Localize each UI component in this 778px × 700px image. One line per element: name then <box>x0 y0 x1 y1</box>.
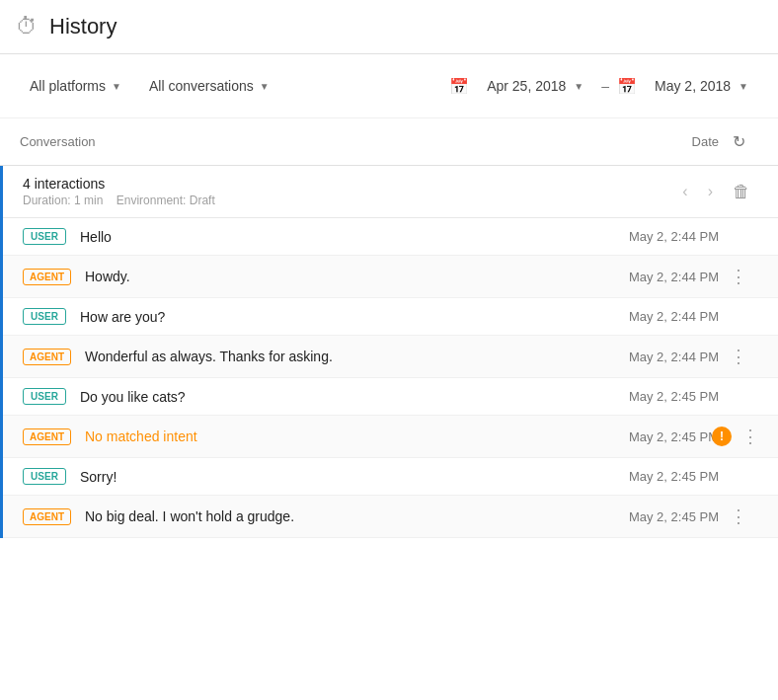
more-options-button[interactable]: ⋮ <box>736 426 765 447</box>
table-row: USER How are you? May 2, 2:44 PM <box>3 298 778 336</box>
group-info: 4 interactions Duration: 1 min Environme… <box>23 176 674 207</box>
table-row: AGENT No big deal. I won't hold a grudge… <box>3 496 778 538</box>
group-header: 4 interactions Duration: 1 min Environme… <box>3 166 778 218</box>
date-range-section: 📅 Apr 25, 2018 ▼ – 📅 May 2, 2018 ▼ <box>449 72 758 100</box>
table-row: USER Do you like cats? May 2, 2:45 PM <box>3 378 778 416</box>
message-type-badge: AGENT <box>23 349 71 365</box>
messages-list: USER Hello May 2, 2:44 PM AGENT Howdy. M… <box>3 218 778 538</box>
message-actions: ⋮ <box>719 346 758 367</box>
page-header: ⏱ History <box>0 0 778 54</box>
message-date: May 2, 2:45 PM <box>600 429 719 444</box>
date-from-button[interactable]: Apr 25, 2018 ▼ <box>477 72 593 100</box>
date-to-arrow: ▼ <box>739 81 748 92</box>
delete-interaction-button[interactable]: 🗑 <box>725 178 758 206</box>
platform-dropdown[interactable]: All platforms ▼ <box>20 72 131 100</box>
message-type-badge: USER <box>23 468 66 485</box>
message-date: May 2, 2:44 PM <box>600 270 719 284</box>
col-date-header: Date <box>600 134 719 149</box>
message-date: May 2, 2:45 PM <box>600 509 719 524</box>
message-type-badge: AGENT <box>23 508 71 525</box>
message-text: Howdy. <box>85 269 600 284</box>
conversation-label: All conversations <box>149 78 254 94</box>
platform-dropdown-arrow: ▼ <box>112 81 121 92</box>
group-meta: Duration: 1 min Environment: Draft <box>23 194 674 207</box>
date-to-button[interactable]: May 2, 2018 ▼ <box>645 72 758 100</box>
col-actions-header: ↻ <box>719 128 758 155</box>
table-row: AGENT Howdy. May 2, 2:44 PM ⋮ <box>3 256 778 298</box>
message-type-badge: USER <box>23 388 66 405</box>
conversation-group: 4 interactions Duration: 1 min Environme… <box>0 166 778 538</box>
message-date: May 2, 2:45 PM <box>600 389 719 404</box>
conversation-dropdown[interactable]: All conversations ▼ <box>139 72 279 100</box>
page-title: History <box>49 14 117 39</box>
more-options-button[interactable]: ⋮ <box>724 266 753 287</box>
warning-indicator: ! <box>712 427 732 446</box>
message-actions: ! ⋮ <box>719 426 758 447</box>
col-conversation-header: Conversation <box>20 134 600 149</box>
group-environment: Environment: Draft <box>117 194 215 207</box>
table-row: USER Hello May 2, 2:44 PM <box>3 218 778 256</box>
message-date: May 2, 2:44 PM <box>600 350 719 364</box>
message-date: May 2, 2:44 PM <box>600 309 719 324</box>
message-actions-inner: ! ⋮ <box>712 426 765 447</box>
table-row: AGENT Wonderful as always. Thanks for as… <box>3 336 778 378</box>
message-type-badge: AGENT <box>23 269 71 285</box>
next-interaction-button[interactable]: › <box>700 179 721 204</box>
message-type-badge: AGENT <box>23 428 71 445</box>
date-from-arrow: ▼ <box>574 81 584 92</box>
message-type-badge: USER <box>23 228 66 245</box>
more-options-button[interactable]: ⋮ <box>724 506 753 527</box>
message-date: May 2, 2:45 PM <box>600 469 719 484</box>
table-row: AGENT No matched intent May 2, 2:45 PM !… <box>3 416 778 458</box>
date-from-label: Apr 25, 2018 <box>487 78 566 94</box>
message-text: How are you? <box>80 309 600 325</box>
more-options-button[interactable]: ⋮ <box>724 346 753 367</box>
date-to-label: May 2, 2018 <box>655 78 731 94</box>
calendar-from-icon: 📅 <box>449 77 469 96</box>
platform-label: All platforms <box>30 78 106 94</box>
group-title: 4 interactions <box>23 176 674 192</box>
message-date: May 2, 2:44 PM <box>600 229 719 244</box>
history-icon: ⏱ <box>16 14 38 39</box>
message-text: Hello <box>80 229 600 245</box>
table-header: Conversation Date ↻ <box>0 118 778 166</box>
message-text: Do you like cats? <box>80 389 600 405</box>
message-text: Sorry! <box>80 469 600 485</box>
table-row: USER Sorry! May 2, 2:45 PM <box>3 458 778 496</box>
conversation-dropdown-arrow: ▼ <box>260 81 270 92</box>
message-actions: ⋮ <box>719 266 758 287</box>
date-separator: – <box>601 78 609 94</box>
message-text: Wonderful as always. Thanks for asking. <box>85 349 600 364</box>
message-actions: ⋮ <box>719 506 758 527</box>
refresh-button[interactable]: ↻ <box>729 128 749 155</box>
group-duration: Duration: 1 min <box>23 194 103 207</box>
message-type-badge: USER <box>23 308 66 325</box>
filters-bar: All platforms ▼ All conversations ▼ 📅 Ap… <box>0 54 778 118</box>
prev-interaction-button[interactable]: ‹ <box>674 179 695 204</box>
message-text: No matched intent <box>85 428 600 444</box>
group-nav: ‹ › 🗑 <box>674 178 758 206</box>
message-text: No big deal. I won't hold a grudge. <box>85 508 600 524</box>
calendar-to-icon: 📅 <box>617 77 637 96</box>
